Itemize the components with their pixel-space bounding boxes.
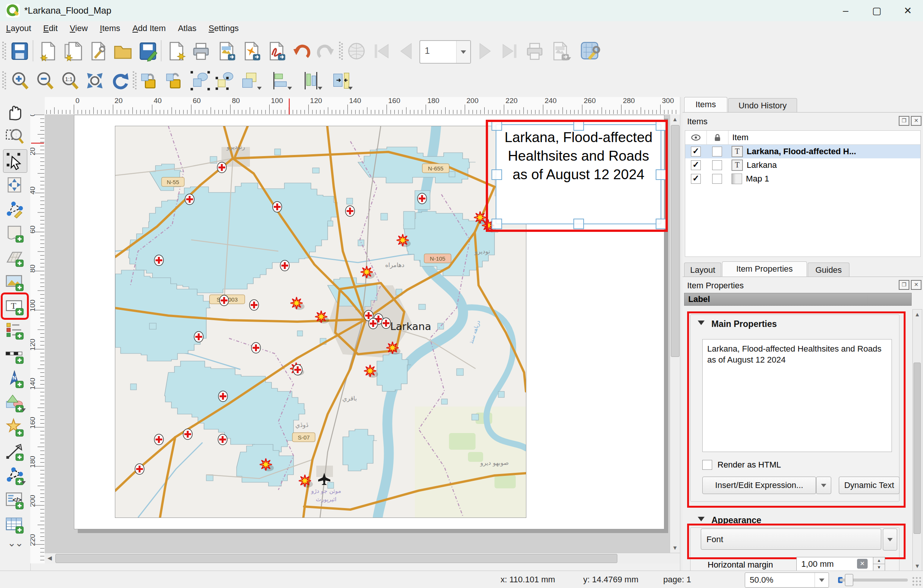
menu-view[interactable]: View: [64, 21, 94, 36]
panel-scroll-thumb[interactable]: [913, 363, 921, 534]
toolbar-handle[interactable]: [2, 71, 6, 89]
menu-items[interactable]: Items: [94, 21, 126, 36]
margin-spin-down[interactable]: ▼: [873, 564, 885, 571]
toolbar-handle[interactable]: [2, 42, 6, 60]
main-properties-header[interactable]: Main Properties: [711, 319, 777, 329]
zoom-actual-button[interactable]: 1:1: [57, 69, 82, 93]
atlas-page-combo[interactable]: 1: [419, 40, 471, 64]
export-atlas-button[interactable]: [548, 39, 572, 63]
tab-layout[interactable]: Layout: [684, 262, 721, 277]
add-picture-tool[interactable]: [3, 270, 26, 293]
group-items-button[interactable]: [188, 69, 212, 93]
layout-manager-button[interactable]: [86, 39, 110, 63]
pan-tool[interactable]: [3, 101, 26, 123]
duplicate-layout-button[interactable]: [61, 39, 85, 63]
export-as-svg-button[interactable]: [239, 39, 263, 63]
add-node-item-tool[interactable]: [3, 465, 26, 487]
align-selected-items-button[interactable]: [268, 69, 293, 93]
print-atlas-button[interactable]: [522, 39, 547, 63]
close-panel-icon[interactable]: ✕: [911, 116, 921, 126]
add-map-tool[interactable]: [3, 222, 26, 245]
canvas-vertical-scrollbar[interactable]: ▲ ▼: [670, 115, 680, 553]
add-3d-map-tool[interactable]: [3, 246, 26, 269]
zoom-slider-thumb[interactable]: [845, 574, 853, 586]
render-html-checkbox[interactable]: [702, 460, 712, 470]
atlas-settings-button[interactable]: [578, 39, 602, 63]
margin-spin-up[interactable]: ▲: [873, 557, 885, 565]
zoom-out-button[interactable]: [33, 69, 57, 93]
next-feature-button[interactable]: [473, 39, 497, 63]
zoom-in-button[interactable]: [8, 69, 32, 93]
map-item[interactable]: N-55N-655N-105S-07S11-003Larkanaرتوديرون…: [115, 126, 526, 517]
save-project-button[interactable]: [8, 39, 32, 63]
insert-expression-dropdown[interactable]: [816, 477, 831, 494]
add-attribute-table-tool[interactable]: [3, 513, 26, 536]
item-row-map-1[interactable]: ✓Map 1: [685, 172, 920, 186]
menu-edit[interactable]: Edit: [37, 21, 64, 36]
item-row-larkana[interactable]: ✓TLarkana: [685, 158, 920, 172]
float-properties-icon[interactable]: ❐: [899, 280, 909, 290]
item-row-larkana-flood-affected-h[interactable]: ✓TLarkana, Flood-affected H...: [685, 145, 920, 158]
collapse-main-properties-icon[interactable]: [698, 321, 705, 329]
add-items-from-template-button[interactable]: [164, 39, 188, 63]
lock-checkbox[interactable]: [712, 147, 722, 156]
add-arrow-tool[interactable]: [3, 440, 26, 463]
move-item-content-tool[interactable]: [3, 174, 26, 196]
ungroup-items-button[interactable]: [213, 69, 237, 93]
tab-guides[interactable]: Guides: [808, 262, 849, 277]
edit-nodes-item-tool[interactable]: [3, 198, 26, 221]
font-dropdown[interactable]: [883, 529, 897, 550]
add-shape-tool[interactable]: [3, 392, 26, 414]
lock-checkbox[interactable]: [712, 174, 722, 184]
horizontal-scroll-thumb[interactable]: [55, 554, 618, 563]
save-as-template-button[interactable]: [136, 39, 160, 63]
panel-scrollbar[interactable]: ▲ ▼: [912, 309, 922, 571]
select-move-item-tool[interactable]: [3, 149, 27, 173]
add-label-tool[interactable]: T: [3, 295, 26, 318]
layout-canvas[interactable]: N-55N-655N-105S-07S11-003Larkanaرتوديرون…: [45, 115, 680, 553]
clear-margin-icon[interactable]: ✕: [857, 559, 868, 569]
toolbar-handle[interactable]: [339, 42, 343, 60]
zoom-full-button[interactable]: [83, 69, 107, 93]
zoom-level-combo[interactable]: 50.0%: [745, 572, 829, 588]
tab-undo-history[interactable]: Undo History: [728, 98, 797, 113]
insert-expression-button[interactable]: Insert/Edit Expression...: [702, 477, 816, 494]
zoom-tool[interactable]: [3, 125, 26, 148]
add-north-arrow-tool[interactable]: N: [3, 367, 26, 390]
visibility-checkbox[interactable]: ✓: [691, 174, 701, 184]
export-as-pdf-button[interactable]: [264, 39, 288, 63]
export-as-image-button[interactable]: [214, 39, 238, 63]
menu-settings[interactable]: Settings: [202, 21, 245, 36]
raise-selected-items-button[interactable]: [238, 69, 263, 93]
preview-atlas-button[interactable]: [344, 39, 369, 63]
new-layout-button[interactable]: [36, 39, 60, 63]
visibility-checkbox[interactable]: ✓: [691, 147, 701, 156]
visibility-checkbox[interactable]: ✓: [691, 160, 701, 170]
menu-add-item[interactable]: Add Item: [126, 21, 172, 36]
tab-item-properties[interactable]: Item Properties: [722, 261, 807, 277]
tab-items[interactable]: Items: [684, 97, 728, 113]
menu-atlas[interactable]: Atlas: [172, 21, 202, 36]
zoom-combo-arrow-icon[interactable]: [815, 573, 829, 587]
redo-button[interactable]: [314, 39, 338, 63]
toolbar-handle[interactable]: [133, 71, 136, 89]
toolbox-overflow-icon[interactable]: ⌄⌄: [8, 537, 23, 549]
first-feature-button[interactable]: [370, 39, 394, 63]
add-marker-tool[interactable]: [3, 416, 26, 439]
scroll-up-icon[interactable]: ▲: [670, 115, 680, 124]
resize-items-button[interactable]: [329, 69, 353, 93]
panel-scroll-up-icon[interactable]: ▲: [913, 310, 922, 319]
add-scalebar-tool[interactable]: [3, 343, 26, 366]
close-button[interactable]: ✕: [896, 2, 920, 19]
add-legend-tool[interactable]: [3, 319, 26, 342]
refresh-view-button[interactable]: [108, 69, 132, 93]
label-text-input[interactable]: Larkana, Flood-affected Healthsites and …: [702, 339, 892, 452]
vertical-scroll-thumb[interactable]: [671, 125, 680, 357]
print-layout-button[interactable]: [189, 39, 213, 63]
canvas-horizontal-scrollbar[interactable]: ◀: [45, 553, 680, 564]
open-layout-button[interactable]: [111, 39, 135, 63]
scroll-down-icon[interactable]: ▼: [670, 543, 680, 553]
resize-grip[interactable]: [912, 576, 921, 586]
scroll-left-icon[interactable]: ◀: [45, 553, 54, 563]
undo-button[interactable]: [289, 39, 313, 63]
